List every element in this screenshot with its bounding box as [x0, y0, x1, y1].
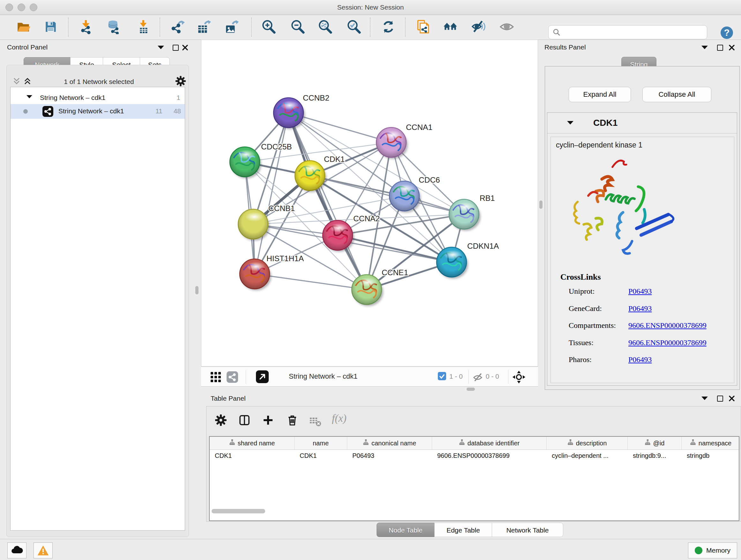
show-columns-icon[interactable]	[238, 414, 251, 427]
network-node-CCNA1[interactable]	[376, 127, 408, 159]
network-node-label-CCNE1: CCNE1	[382, 268, 408, 277]
crosslink-link[interactable]: P06493	[628, 355, 652, 364]
fit-selection-crosshair-icon[interactable]	[512, 370, 526, 384]
column-tree-icon	[645, 439, 651, 447]
expand-all-button[interactable]: Expand All	[569, 87, 631, 102]
crosslink-link[interactable]: 9606.ENSP00000378699	[628, 338, 706, 347]
hide-selected-icon[interactable]	[471, 19, 486, 34]
table-panel-close-icon[interactable]	[729, 395, 735, 401]
table-cell[interactable]: P06493	[347, 450, 432, 461]
network-edge-HIST1H1A-CCNE1[interactable]	[255, 274, 367, 290]
crosslink-link[interactable]: P06493	[628, 304, 652, 313]
network-node-CCNA2[interactable]	[323, 220, 354, 252]
grid-view-icon[interactable]	[210, 371, 221, 383]
column-header-@id[interactable]: @id	[628, 437, 682, 449]
network-edge-CCNB2-CCNE1[interactable]	[288, 113, 367, 290]
column-header-canonical-name[interactable]: canonical name	[347, 437, 432, 449]
network-edge-CCNB2-HIST1H1A[interactable]	[255, 113, 288, 274]
column-tree-icon	[567, 439, 574, 447]
column-label: database identifier	[468, 440, 520, 447]
save-session-icon[interactable]	[44, 19, 58, 34]
column-header-database-identifier[interactable]: database identifier	[432, 437, 547, 449]
network-node-RB1[interactable]	[449, 199, 481, 231]
cloud-status-button[interactable]	[7, 543, 26, 558]
network-collection-row[interactable]: String Network – cdk1 1	[10, 91, 185, 105]
network-node-CDK1[interactable]	[295, 161, 327, 192]
export-image-icon[interactable]	[224, 19, 239, 34]
network-node-HIST1H1A[interactable]	[240, 259, 271, 291]
column-header-namespace[interactable]: namespace	[682, 437, 740, 449]
results-panel-float-icon[interactable]	[717, 45, 723, 51]
tab-edge-table[interactable]: Edge Table	[434, 523, 492, 537]
table-panel-menu-icon[interactable]	[701, 396, 708, 400]
network-canvas[interactable]: CCNB2CCNA1CDC25BCDK1CDC6RB1CCNB1CCNA2CDK…	[201, 40, 538, 367]
add-column-plus-icon[interactable]	[262, 414, 274, 427]
tab-node-table[interactable]: Node Table	[377, 523, 434, 537]
left-splitter-grip[interactable]	[195, 286, 199, 294]
results-panel-close-icon[interactable]	[729, 44, 735, 51]
expand-all-chevron-icon[interactable]	[23, 77, 32, 85]
table-cell[interactable]: stringdb	[682, 450, 740, 461]
export-network-icon[interactable]	[170, 19, 185, 34]
zoom-in-icon[interactable]	[261, 19, 276, 34]
import-network-database-icon[interactable]	[107, 19, 121, 34]
zoom-fit-icon[interactable]	[318, 19, 333, 34]
right-splitter-grip[interactable]	[539, 200, 542, 209]
network-view-share-icon[interactable]	[226, 371, 238, 383]
gene-section-header[interactable]: CDK1	[547, 113, 737, 133]
collection-count: 1	[177, 94, 180, 102]
collapse-all-button[interactable]: Collapse All	[643, 87, 711, 102]
import-table-icon[interactable]	[136, 19, 151, 34]
import-network-icon[interactable]	[78, 19, 93, 34]
network-edge-CDK1-RB1[interactable]	[310, 176, 464, 214]
column-header-description[interactable]: description	[547, 437, 628, 449]
table-cell[interactable]: stringdb:9...	[628, 450, 682, 461]
birds-eye-view-icon[interactable]	[256, 370, 269, 383]
gene-section-collapse-icon[interactable]	[567, 121, 574, 125]
hidden-eye-icon[interactable]	[472, 372, 483, 382]
network-node-CDC25B[interactable]	[230, 147, 261, 179]
network-node-count: 11	[155, 107, 162, 115]
control-panel-menu-icon[interactable]	[158, 46, 164, 49]
crosslink-link[interactable]: 9606.ENSP00000378699	[628, 321, 706, 330]
network-row-selected[interactable]: String Network – cdk1 11 48	[10, 104, 185, 119]
search-box[interactable]	[548, 25, 707, 39]
table-cell[interactable]: 9606.ENSP00000378699	[432, 450, 547, 461]
delete-column-trash-icon[interactable]	[286, 414, 299, 427]
control-panel-title: Control Panel	[7, 44, 48, 51]
control-panel-close-icon[interactable]	[182, 44, 188, 51]
table-panel-float-icon[interactable]	[717, 395, 723, 401]
network-node-CDKN1A[interactable]	[436, 247, 468, 279]
table-cell[interactable]: CDK1	[294, 450, 347, 461]
table-cell[interactable]: cyclin–dependent ...	[547, 450, 628, 461]
control-panel-float-icon[interactable]	[173, 45, 179, 51]
collection-expand-icon[interactable]	[26, 95, 32, 98]
export-table-icon[interactable]	[196, 19, 211, 34]
zoom-out-icon[interactable]	[290, 19, 305, 34]
table-options-gear-icon[interactable]	[214, 414, 227, 427]
collapse-all-chevron-icon[interactable]	[12, 77, 21, 85]
selected-nodes-checkbox[interactable]	[438, 372, 446, 380]
column-header-shared-name[interactable]: shared name	[210, 437, 294, 449]
help-icon[interactable]: ?	[720, 25, 734, 40]
network-options-gear-icon[interactable]	[175, 75, 186, 87]
zoom-selected-icon[interactable]	[347, 19, 361, 34]
warnings-button[interactable]	[33, 543, 53, 558]
horizontal-splitter-grip[interactable]	[467, 388, 475, 391]
clone-network-icon[interactable]	[416, 19, 430, 34]
memory-button[interactable]: Memory	[688, 543, 737, 558]
table-row[interactable]: CDK1CDK1P064939606.ENSP00000378699cyclin…	[210, 450, 739, 461]
network-view[interactable]: CCNB2CCNA1CDC25BCDK1CDC6RB1CCNB1CCNA2CDK…	[201, 40, 538, 366]
show-preview-eye-icon[interactable]	[499, 19, 514, 34]
network-row-label: String Network – cdk1	[58, 107, 124, 115]
refresh-icon[interactable]	[381, 19, 396, 34]
table-hscrollbar-thumb[interactable]	[212, 509, 265, 513]
open-file-icon[interactable]	[16, 19, 30, 34]
crosslink-link[interactable]: P06493	[628, 287, 652, 296]
network-node-CDC6[interactable]	[389, 181, 421, 212]
table-cell[interactable]: CDK1	[210, 450, 294, 461]
tab-network-table[interactable]: Network Table	[492, 523, 563, 537]
column-header-name[interactable]: name	[294, 437, 347, 449]
results-panel-menu-icon[interactable]	[701, 46, 708, 49]
houses-icon[interactable]	[443, 19, 458, 34]
